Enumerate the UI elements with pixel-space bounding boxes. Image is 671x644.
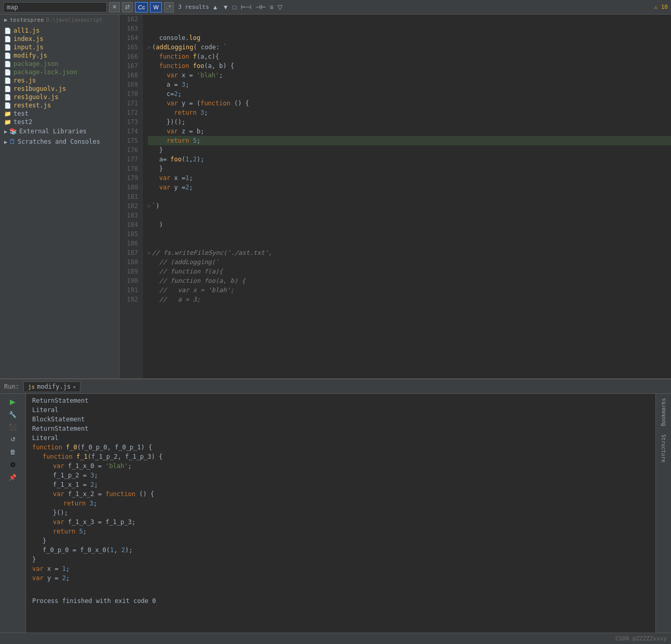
play-button[interactable]: ▶ — [8, 396, 17, 407]
scratches-icon: 🗒 — [9, 138, 16, 145]
output-area: ReturnStatement Literal BlockStatement R… — [26, 394, 655, 633]
code-editor[interactable]: console.log ▷(addLogging( code: ` functi… — [143, 15, 671, 378]
bookmarks-tab[interactable]: Bookmarks — [660, 394, 667, 430]
code-line-190: // function foo(a, b) { — [148, 276, 671, 285]
scratches-consoles-section[interactable]: ▶ 🗒 Scratches and Consoles — [0, 136, 119, 147]
code-line-183 — [148, 211, 671, 220]
file-all1js[interactable]: 📄 all1.js — [0, 26, 119, 35]
output-line: function f_0(f_0_p_0, f_0_p_1) { — [32, 443, 649, 452]
file-packagelockjson[interactable]: 📄 package-lock.json — [0, 68, 119, 76]
file-label: package-lock.json — [13, 68, 77, 76]
code-line-173: })(); — [148, 117, 671, 127]
output-line: f_1_x_1 = 2; — [32, 480, 649, 489]
file-indexjs[interactable]: 📄 index.js — [0, 35, 119, 43]
file-label: all1.js — [13, 27, 40, 34]
funnel-button[interactable]: ▽ — [277, 3, 283, 12]
expand-icon: ▶ — [4, 139, 7, 145]
search-bar: ✕ ⇄ Cc W .* 3 results ▲ ▼ □ ⊢⊣ ⊣⊢ ≡ ▽ ⚠ … — [0, 0, 671, 15]
fold-165[interactable]: ▷ — [148, 43, 151, 52]
fold-187[interactable]: ▷ — [148, 248, 151, 257]
folder-icon: 📁 — [4, 119, 11, 126]
code-line-178: } — [148, 164, 671, 173]
external-libraries-section[interactable]: ▶ 📚 External Libraries — [0, 126, 119, 136]
code-line-181 — [148, 192, 671, 201]
output-line: function f_1(f_1_p_2, f_1_p_3) { — [32, 452, 649, 461]
play-icon: ▶ — [10, 398, 16, 406]
folder-icon: ▶ — [4, 17, 8, 23]
code-line-182: ▷`) — [148, 201, 671, 211]
code-line-162 — [148, 15, 671, 24]
output-line: ReturnStatement — [32, 396, 649, 405]
output-line: Literal — [32, 433, 649, 443]
output-line: f_0_p_0 = f_0_x_0(1, 2); — [32, 545, 649, 555]
js-file-icon: 📄 — [4, 86, 11, 92]
js-file-icon: 📄 — [4, 28, 11, 34]
code-line-175: return 5; — [148, 136, 671, 145]
replace-button[interactable]: ⇄ — [122, 2, 133, 12]
js-file-icon: 📄 — [4, 44, 11, 51]
code-content: 162 163 164 165 166 167 168 169 170 171 … — [119, 15, 671, 378]
fold-182[interactable]: ▷ — [148, 201, 151, 211]
output-line: var x = 1; — [32, 564, 649, 573]
file-label: res.js — [13, 77, 36, 84]
nav-next-button[interactable]: ⊣⊢ — [254, 3, 267, 12]
nav-up-button[interactable]: ▲ — [211, 3, 220, 12]
structure-tab[interactable]: Structure — [660, 430, 667, 467]
js-file-icon: 📄 — [4, 36, 11, 43]
pin-button[interactable]: 📌 — [7, 472, 18, 483]
stop-button[interactable]: ⬛ — [7, 422, 18, 432]
file-restestjs[interactable]: 📄 restest.js — [0, 101, 119, 109]
word-button[interactable]: W — [150, 2, 161, 12]
folder-test[interactable]: 📁 test — [0, 109, 119, 118]
output-line: f_1_p_2 = 3; — [32, 471, 649, 480]
code-line-184: ) — [148, 220, 671, 229]
project-header: ▶ testespree D:\java\javascript — [0, 15, 119, 25]
code-line-163 — [148, 24, 671, 33]
bottom-tabs: Run: js modify.js ✕ — [0, 379, 671, 394]
file-res1buguolvjs[interactable]: 📄 res1buguolv.js — [0, 85, 119, 93]
regex-button[interactable]: .* — [164, 2, 174, 12]
nav-match-button[interactable]: □ — [232, 3, 238, 12]
file-modifyjs[interactable]: 📄 modify.js — [0, 51, 119, 60]
nav-prev-button[interactable]: ⊢⊣ — [240, 3, 252, 12]
nav-down-button[interactable]: ▼ — [222, 3, 230, 12]
output-line: var f_1_x_3 = f_1_p_3; — [32, 517, 649, 527]
libraries-icon: 📚 — [9, 128, 17, 135]
code-line-192: // a = 3; — [148, 295, 671, 304]
output-line: var f_1_x_0 = 'blah'; — [32, 461, 649, 471]
output-line: var y = 2; — [32, 573, 649, 583]
code-line-180: var y =2; — [148, 183, 671, 192]
code-line-171: var y = (function () { — [148, 99, 671, 108]
project-name: testespree — [10, 17, 44, 23]
results-count: 3 results — [178, 4, 209, 10]
close-search-button[interactable]: ✕ — [109, 2, 120, 12]
json-file-icon: 📄 — [4, 61, 11, 67]
restart-icon: ↺ — [10, 436, 16, 443]
clear-button[interactable]: 🗑 — [8, 447, 18, 457]
file-res1guolvjs[interactable]: 📄 res1guolv.js — [0, 93, 119, 101]
tab-label: modify.js — [37, 383, 71, 390]
code-line-164: console.log — [148, 33, 671, 43]
file-label: restest.js — [13, 102, 51, 109]
js-file-icon: 📄 — [4, 94, 11, 101]
run-tab-modifyjs[interactable]: js modify.js ✕ — [23, 381, 80, 391]
line-numbers: 162 163 164 165 166 167 168 169 170 171 … — [119, 15, 143, 378]
code-line-167: function foo(a, b) { — [148, 61, 671, 71]
bottom-panel: Run: js modify.js ✕ ▶ 🔧 ⬛ ↺ 🗑 ⚙ — [0, 378, 671, 633]
filter-button[interactable]: ≡ — [269, 3, 275, 12]
file-packagejson[interactable]: 📄 package.json — [0, 60, 119, 68]
search-input[interactable] — [3, 2, 107, 12]
folder-test2[interactable]: 📁 test2 — [0, 118, 119, 126]
bottom-right-panel: Bookmarks Structure — [655, 394, 671, 633]
file-resjs[interactable]: 📄 res.js — [0, 76, 119, 85]
wrench-button[interactable]: 🔧 — [7, 409, 18, 420]
tab-close-button[interactable]: ✕ — [73, 384, 76, 390]
settings-button[interactable]: ⚙ — [8, 459, 18, 470]
file-inputjs[interactable]: 📄 input.js — [0, 43, 119, 51]
case-sensitive-button[interactable]: Cc — [135, 2, 148, 12]
code-line-188: // (addLogging(` — [148, 257, 671, 267]
code-line-168: var x = 'blah'; — [148, 71, 671, 80]
restart-button[interactable]: ↺ — [9, 434, 17, 445]
code-line-186 — [148, 239, 671, 248]
clear-icon: 🗑 — [10, 448, 16, 456]
